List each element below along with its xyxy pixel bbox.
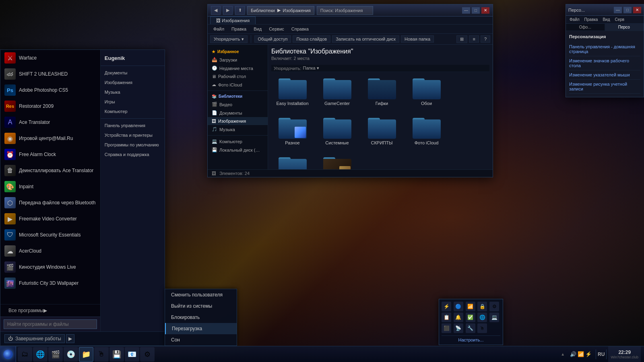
- tray-power-icon[interactable]: ⚡: [585, 351, 592, 357]
- taskbar-icon-burn[interactable]: 💿: [64, 347, 78, 362]
- pers-menu-service[interactable]: Серв: [613, 16, 626, 23]
- action-share[interactable]: Общий доступ: [254, 35, 291, 43]
- all-programs-button[interactable]: Все программы ▶: [4, 306, 51, 315]
- folder-system[interactable]: Системные: [316, 111, 358, 148]
- taskbar-icon-mouse[interactable]: 🖱: [94, 347, 109, 362]
- right-item-defaultprograms[interactable]: Программы по умолчанию: [101, 140, 165, 149]
- pers-link-4[interactable]: Изменение рисунка учетной записи: [569, 80, 640, 94]
- menu-item-logout[interactable]: Выйти из системы: [165, 300, 237, 312]
- action-organize[interactable]: Упорядочить ▾: [210, 35, 248, 43]
- action-burn[interactable]: Записать на оптический диск: [332, 35, 399, 43]
- app-item-inpaint[interactable]: 🎨 Inpaint: [0, 179, 100, 195]
- tray-expand-button[interactable]: ▲: [559, 351, 566, 357]
- menu-item-switch-user[interactable]: Сменить пользователя: [165, 289, 237, 300]
- app-item-alarm[interactable]: ⏰ Free Alarm Clock: [0, 146, 100, 162]
- tray-icon-10[interactable]: 💻: [489, 313, 499, 322]
- app-item-restorator[interactable]: Res Restorator 2009: [0, 98, 100, 114]
- close-button[interactable]: ✕: [481, 7, 489, 14]
- tray-icon-2[interactable]: 🔵: [454, 302, 463, 311]
- tray-icon-4[interactable]: 🔒: [477, 302, 487, 311]
- tray-icon-12[interactable]: 📡: [454, 323, 463, 333]
- taskbar-icon-mail[interactable]: 📧: [125, 347, 139, 362]
- sidebar-item-documents[interactable]: 📄 Документы: [208, 109, 268, 117]
- tray-network-icon[interactable]: 📶: [578, 351, 584, 357]
- sidebar-item-images[interactable]: 🖼 Изображения: [208, 117, 268, 125]
- pers-tab-2[interactable]: Персо: [605, 24, 644, 31]
- folder-templates[interactable]: Шаблоны: [271, 151, 314, 169]
- menu-help[interactable]: Справка: [288, 26, 312, 32]
- tray-icon-6[interactable]: 📋: [442, 313, 451, 322]
- action-slideshow[interactable]: Показ слайдов: [293, 35, 330, 43]
- menu-file[interactable]: Файл: [210, 26, 227, 32]
- right-item-docs[interactable]: Документы: [101, 68, 165, 77]
- sidebar-item-downloads[interactable]: 📥 Загрузки: [208, 56, 268, 64]
- pers-link-2[interactable]: Изменение значков рабочего стола: [569, 56, 640, 70]
- forward-button[interactable]: ▶: [223, 6, 233, 15]
- address-bar[interactable]: Библиотеки ▶ Изображения: [247, 6, 314, 15]
- app-item-mse[interactable]: 🛡 Microsoft Security Essentials: [0, 227, 100, 243]
- help-btn[interactable]: ?: [481, 35, 490, 43]
- tray-customize-button[interactable]: Настроить...: [442, 335, 500, 342]
- sidebar-item-recent[interactable]: 🕐 Недавние места: [208, 64, 268, 72]
- app-item-bluetooth[interactable]: ⬡ Передача файлов через Bluetooth: [0, 195, 100, 211]
- folder-wallpapers[interactable]: Обои: [405, 72, 448, 109]
- menu-item-lock[interactable]: Блокировать: [165, 312, 237, 323]
- taskbar-icon-settings[interactable]: ⚙: [140, 347, 155, 362]
- sidebar-item-icloud[interactable]: ☁ Фото iCloud: [208, 80, 268, 89]
- folder-scripts[interactable]: СКРИПТЫ: [361, 111, 403, 148]
- start-button[interactable]: [0, 346, 16, 362]
- right-item-help[interactable]: Справка и поддержка: [101, 150, 165, 159]
- tray-volume-icon[interactable]: 🔊: [570, 351, 576, 357]
- search-input[interactable]: [4, 319, 97, 329]
- minimize-button[interactable]: —: [462, 7, 470, 14]
- folder-gamecenter[interactable]: GameCenter: [316, 72, 358, 109]
- folder-transparent[interactable]: All transparent vs: [316, 151, 358, 169]
- sidebar-item-localdisk[interactable]: 💾 Локальный диск (…: [208, 146, 268, 154]
- sidebar-item-computer[interactable]: 💻 Компьютер: [208, 137, 268, 146]
- pers-tab-1[interactable]: Офо...: [566, 24, 605, 31]
- shutdown-arrow-button[interactable]: ▶: [66, 334, 74, 343]
- tray-icon-3[interactable]: 📶: [466, 302, 475, 311]
- right-item-music[interactable]: Музыка: [101, 88, 165, 97]
- app-item-movie[interactable]: 🎬 Киностудия Windows Live: [0, 259, 100, 275]
- tray-icon-8[interactable]: ✅: [466, 313, 475, 322]
- sidebar-item-music[interactable]: 🎵 Музыка: [208, 125, 268, 134]
- app-item-warface[interactable]: ⚔ Warface: [0, 50, 100, 66]
- language-indicator[interactable]: RU: [598, 352, 605, 357]
- app-item-uninstall[interactable]: 🗑 Деинсталлировать Ace Translator: [0, 162, 100, 179]
- tray-icon-1[interactable]: ⚡: [442, 302, 451, 311]
- sort-value[interactable]: Папка ▾: [303, 66, 319, 71]
- app-item-photoshop[interactable]: Ps Adobe Photoshop CS5: [0, 82, 100, 98]
- taskbar-icon-explorer[interactable]: 🗂: [18, 347, 32, 362]
- right-item-user[interactable]: Eugenik: [101, 53, 165, 63]
- sidebar-item-desktop[interactable]: 🖥 Рабочий стол: [208, 72, 268, 80]
- pers-minimize-btn[interactable]: —: [614, 7, 622, 13]
- menu-service[interactable]: Сервис: [266, 26, 287, 32]
- right-item-computer[interactable]: Компьютер: [101, 107, 165, 116]
- maximize-button[interactable]: □: [472, 7, 480, 14]
- back-button[interactable]: ◀: [211, 6, 221, 15]
- folder-gifs[interactable]: Гифки: [361, 72, 403, 109]
- app-item-freemake[interactable]: ▶ Freemake Video Converter: [0, 211, 100, 227]
- pers-maximize-btn[interactable]: □: [623, 7, 632, 13]
- view-toggle-2[interactable]: ≡: [469, 35, 479, 43]
- right-item-games[interactable]: Игры: [101, 97, 165, 106]
- menu-view[interactable]: Вид: [250, 26, 265, 32]
- app-item-acer[interactable]: ☁ AcerCloud: [0, 243, 100, 259]
- folder-misc[interactable]: Разное: [271, 111, 314, 148]
- pers-close-btn[interactable]: ✕: [633, 7, 641, 13]
- pers-link-1[interactable]: Панель управления - домашняя страница: [569, 42, 640, 56]
- right-item-controlpanel[interactable]: Панель управления: [101, 121, 165, 130]
- taskbar-icon-folder-active[interactable]: 📁: [79, 347, 93, 362]
- action-newfolder[interactable]: Новая папка: [401, 35, 434, 43]
- clock-area[interactable]: 22:29 Win7chester.club: [608, 346, 641, 362]
- folder-photo-icloud[interactable]: Фото iCloud: [405, 111, 448, 148]
- menu-item-restart[interactable]: Перезагрузка: [165, 323, 237, 334]
- tray-icon-14[interactable]: 🖱: [477, 323, 487, 333]
- active-tab[interactable]: 🖼 Изображения: [210, 16, 256, 24]
- menu-edit[interactable]: Правка: [228, 26, 250, 32]
- menu-item-sleep[interactable]: Сон: [165, 334, 237, 346]
- app-item-mail[interactable]: ◉ Игровой центр@Mail.Ru: [0, 130, 100, 146]
- app-item-shift2[interactable]: 🏎 SHIFT 2 UNLEASHED: [0, 66, 100, 82]
- tray-icon-7[interactable]: 🔔: [454, 313, 463, 322]
